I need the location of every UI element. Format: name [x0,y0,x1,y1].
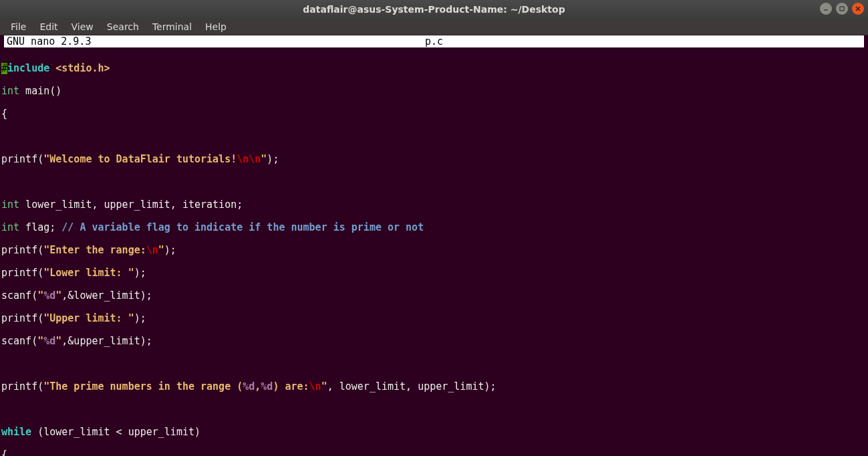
code-line: printf("Lower limit: "); [1,267,867,279]
menu-search[interactable]: Search [100,19,146,34]
menu-help[interactable]: Help [198,19,233,34]
code-line [1,358,867,370]
editor-area[interactable]: #include <stdio.h> int main() { printf("… [0,47,868,456]
code-line: printf("Enter the range:\n"); [1,245,867,256]
code-line: int main() [1,86,867,97]
code-line: printf("Welcome to DataFlair tutorials!\… [1,154,867,165]
code-line: { [1,449,867,456]
code-line [1,177,867,188]
window-title: dataflair@asus-System-Product-Name: ~/De… [303,4,565,15]
menu-edit[interactable]: Edit [33,19,64,34]
code-line: int flag; // A variable flag to indicate… [1,222,867,233]
window-titlebar: dataflair@asus-System-Product-Name: ~/De… [0,0,868,19]
menu-terminal[interactable]: Terminal [146,19,198,34]
code-line [1,404,867,415]
nano-header: GNU nano 2.9.3 p.c [4,35,864,47]
code-line: while (lower_limit < upper_limit) [1,427,867,438]
close-button[interactable] [852,3,864,15]
maximize-button[interactable] [836,3,848,15]
code-line: printf("The prime numbers in the range (… [1,381,867,392]
menubar: File Edit View Search Terminal Help [0,19,868,35]
nano-filename: p.c [4,35,864,47]
minimize-button[interactable] [820,3,832,15]
window-controls [820,3,864,15]
code-line [1,131,867,142]
cursor: # [1,63,7,74]
code-line: scanf("%d",&lower_limit); [1,290,867,302]
menu-view[interactable]: View [65,19,100,34]
menu-file[interactable]: File [4,19,33,34]
code-line: { [1,108,867,120]
code-line: int lower_limit, upper_limit, iteration; [1,199,867,211]
code-line: printf("Upper limit: "); [1,313,867,324]
code-line: #include <stdio.h> [1,63,867,74]
svg-rect-1 [840,7,844,11]
code-line: scanf("%d",&upper_limit); [1,336,867,347]
